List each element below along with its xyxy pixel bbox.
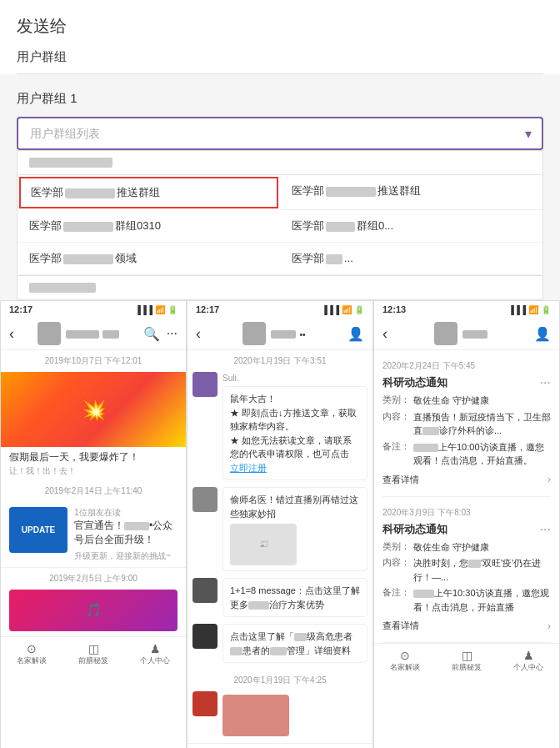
bottom-nav-item-8[interactable]: ◫ 前膳秘笈 <box>436 644 498 678</box>
msg-avatar-4 <box>192 624 218 649</box>
msg-timestamp-2: 2020年1月19日 下午4:25 <box>192 670 368 691</box>
notif-value-2a: 敬佐生命 守护健康 <box>413 540 489 555</box>
section-label: 用户群组 <box>17 49 543 74</box>
article-meta-1: 升级更新，迎接新的挑战~ <box>74 550 178 562</box>
detail-label-1: 查看详情 <box>382 474 419 486</box>
chevron-right-icon-1: › <box>548 474 551 485</box>
bottom-nav-item-6[interactable]: ♟ 个人中心 <box>311 744 372 748</box>
register-link[interactable]: 立即注册 <box>230 463 267 473</box>
article-reader-count: 1位朋友在读 <box>74 507 178 519</box>
phone3-status-icons: ▐▐▐ 📶 🔋 <box>508 305 551 314</box>
notif-row-1a: 类别： 敬佐生命 守护健康 <box>382 394 551 408</box>
phone3-bottom-nav: ⊙ 名家解谈 ◫ 前膳秘笈 ♟ 个人中心 <box>374 643 559 678</box>
article-item-1[interactable]: UPDATE 1位朋友在读 官宣通告！•公众号后台全面升级！ 升级更新，迎接新的… <box>1 502 186 568</box>
person-icon-bottom-3: ♟ <box>499 649 558 662</box>
phone2-msg-list: 2020年1月19日 下午3:51 Suli. 鼠年大吉！ ★ 即刻点击↓方推送… <box>188 350 372 736</box>
dropdown-footer-bar <box>29 283 96 293</box>
article-title-1: 官宣通告！•公众号后台全面升级！ <box>74 519 178 547</box>
dropdown-items: 医学部推送群组 医学部推送群组 医学部群组0310 医学部群组0... 医学部领… <box>18 174 542 275</box>
notif-row-1c: 备注： 上午10:00访谈直播，邀您观看！点击消息，开始直播。 <box>382 440 551 468</box>
person-icon-3[interactable]: 👤 <box>534 326 551 342</box>
phone3-time: 12:13 <box>382 304 406 314</box>
notif-row-2c: 备注： 上午10:30访谈直播，邀您观看！点击消息，开始直播 <box>382 586 551 614</box>
search-icon[interactable]: 🔍 <box>143 326 160 342</box>
more-icon-2[interactable]: ··· <box>540 522 551 537</box>
notif-item-1: 2020年2月24日 下午5:45 科研动态通知 ··· 类别： 敬佐生命 守护… <box>382 350 551 497</box>
bottom-nav-item-2[interactable]: ◫ 前膳秘笈 <box>62 637 124 671</box>
msg-avatar-5 <box>192 691 218 716</box>
more-icon-1[interactable]: ··· <box>540 375 551 390</box>
phone2-name: •• <box>271 328 305 340</box>
notif-value-2c: 上午10:30访谈直播，邀您观看！点击消息，开始直播 <box>413 586 551 614</box>
list-item[interactable]: 医学部推送群组 <box>19 177 278 208</box>
more-icon[interactable]: ··· <box>167 326 178 341</box>
list-item[interactable]: 医学部推送群组 <box>280 175 542 210</box>
phone2-status-bar: 12:17 ▐▐▐ 📶 🔋 <box>188 301 372 318</box>
phone2-nav-actions: 👤 <box>348 326 364 342</box>
notif-detail-btn-1[interactable]: 查看详情 › <box>382 470 551 489</box>
detail-label-2: 查看详情 <box>382 620 419 632</box>
back-button[interactable]: ‹ <box>9 325 14 343</box>
notif-title-1: 科研动态通知 <box>382 375 448 390</box>
phone1-nav-title <box>38 322 119 345</box>
home-icon-3: ⊙ <box>376 649 434 662</box>
list-item[interactable]: 医学部... <box>280 243 542 275</box>
signal-icon-3: ▐▐▐ <box>508 305 526 314</box>
notif-row-1b: 内容： 直播预告！新冠疫情当下，卫生部直诊疗外科的诊... <box>382 410 551 438</box>
wifi-icon: 📶 <box>155 305 165 314</box>
notif-label-2a: 类别： <box>382 540 410 555</box>
notif-ts-1: 2020年2月24日 下午5:45 <box>382 357 551 375</box>
notif-label-1b: 内容： <box>382 410 410 438</box>
bottom-nav-item-1[interactable]: ⊙ 名家解谈 <box>1 637 62 671</box>
select-wrapper: 用户群组列表 ▾ <box>17 117 543 150</box>
back-button[interactable]: ‹ <box>196 325 201 343</box>
msg-row-2: 偷师名医！错过直播别再错过这些独家妙招 📰 <box>192 487 368 571</box>
bottom-nav-item-3[interactable]: ♟ 个人中心 <box>124 637 186 671</box>
signal-icon: ▐▐▐ <box>322 305 339 314</box>
chat-image-1: 💥 <box>1 372 186 447</box>
phone-3: 12:13 ▐▐▐ 📶 🔋 ‹ 👤 2020年2月24日 下午5:45 <box>373 300 560 748</box>
msg-content-2: 偷师名医！错过直播别再错过这些独家妙招 📰 <box>222 487 368 571</box>
notif-detail-btn-2[interactable]: 查看详情 › <box>382 616 551 635</box>
phone3-nav-title <box>434 322 488 345</box>
group-title: 用户群组 1 <box>17 91 543 107</box>
list-item[interactable]: 医学部群组0... <box>280 210 542 243</box>
notif-value-1c: 上午10:00访谈直播，邀您观看！点击消息，开始直播。 <box>413 440 551 468</box>
back-button-3[interactable]: ‹ <box>382 325 388 343</box>
phone2-bottom-nav: ⊙ 名家解谈 ◫ 前膳秘笈 ♟ 个人中心 <box>188 743 372 748</box>
msg-avatar-3 <box>192 578 218 603</box>
wifi-icon-3: 📶 <box>528 305 538 314</box>
bottom-nav-item-7[interactable]: ⊙ 名家解谈 <box>374 644 436 678</box>
home-icon: ⊙ <box>2 642 61 655</box>
user-group-select[interactable]: 用户群组列表 <box>17 117 543 150</box>
phone1-nav-bar: ‹ 🔍 ··· <box>1 318 186 350</box>
notif-label-1a: 类别： <box>382 394 410 408</box>
article-info-1: 1位朋友在读 官宣通告！•公众号后台全面升级！ 升级更新，迎接新的挑战~ <box>74 507 178 562</box>
msg-content-1: 鼠年大吉！ ★ 即刻点击↓方推送文章，获取独家精华内容。 ★ 如您无法获读文章，… <box>222 386 368 480</box>
list-item[interactable]: 医学部群组0310 <box>18 210 280 243</box>
phones-section: 12:17 ▐▐▐ 📶 🔋 ‹ 🔍 ··· 2019年10月7日 下午12:01 <box>0 300 560 748</box>
chat-timestamp-1: 2019年10月7日 下午12:01 <box>1 350 186 372</box>
phone1-status-bar: 12:17 ▐▐▐ 📶 🔋 <box>1 301 186 318</box>
bottom-nav-item-5[interactable]: ◫ 前膳秘笈 <box>249 744 311 748</box>
msg-row-1: Suli. 鼠年大吉！ ★ 即刻点击↓方推送文章，获取独家精华内容。 ★ 如您无… <box>192 372 368 480</box>
bottom-nav-item-4[interactable]: ⊙ 名家解谈 <box>188 744 249 748</box>
notif-title-2: 科研动态通知 <box>382 522 448 537</box>
article-thumb-1: UPDATE <box>9 507 68 553</box>
bottom-nav-item-9[interactable]: ♟ 个人中心 <box>498 644 559 678</box>
notif-header-2: 科研动态通知 ··· <box>382 522 551 537</box>
phone2-nav-title: •• <box>242 322 305 345</box>
top-section: 发送给 用户群组 <box>0 0 560 74</box>
battery-icon: 🔋 <box>168 305 178 314</box>
chat-timestamp-3: 2019年2月5日 上午9:00 <box>1 568 186 590</box>
msg-timestamp-1: 2020年1月19日 下午3:51 <box>192 350 368 372</box>
food-icon-3: ◫ <box>438 649 496 662</box>
list-item[interactable]: 医学部领域 <box>18 243 280 275</box>
person-icon[interactable]: 👤 <box>348 326 364 342</box>
chat-timestamp-2: 2019年2月14日 上午11:40 <box>1 480 186 502</box>
notif-item-2: 2020年3月9日 下午8:03 科研动态通知 ··· 类别： 敬佐生命 守护健… <box>382 497 551 644</box>
msg-avatar-1 <box>192 372 218 397</box>
phone2-time: 12:17 <box>196 304 219 314</box>
chat-caption-1: 假期最后一天，我要爆炸了！ 让！我！出！去！ <box>1 447 186 480</box>
msg-row-3: 1+1=8 message：点击这里了解更多治疗方案优势 <box>192 578 368 617</box>
